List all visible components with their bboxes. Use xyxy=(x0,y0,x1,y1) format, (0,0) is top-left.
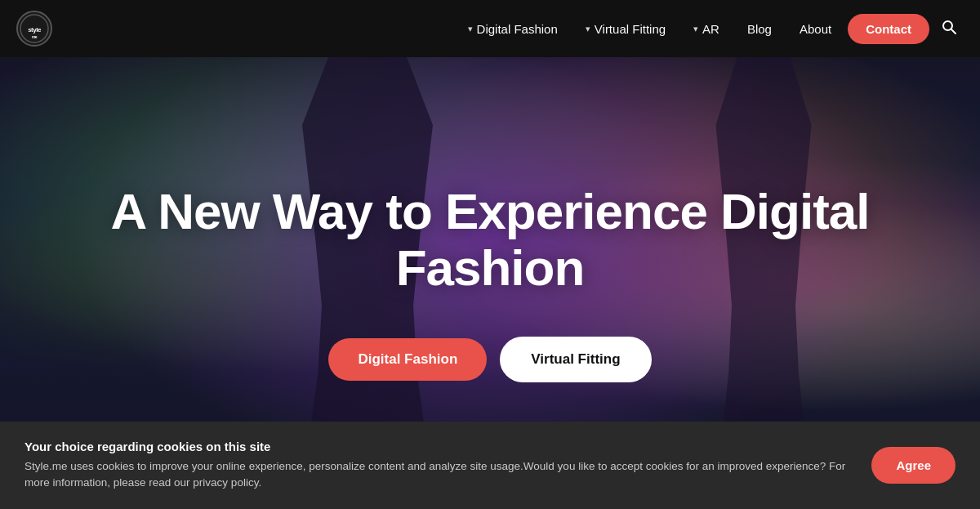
chevron-down-icon: ▾ xyxy=(468,24,473,34)
hero-title: A New Way to Experience Digital Fashion xyxy=(49,184,931,295)
nav-label-digital-fashion: Digital Fashion xyxy=(477,22,558,36)
nav-item-digital-fashion[interactable]: ▾ Digital Fashion xyxy=(457,16,569,42)
svg-text:style: style xyxy=(28,26,42,33)
nav-item-ar[interactable]: ▾ AR xyxy=(682,16,731,42)
cookie-title: Your choice regarding cookies on this si… xyxy=(24,440,855,453)
chevron-down-icon: ▾ xyxy=(693,24,698,34)
digital-fashion-button[interactable]: Digital Fashion xyxy=(328,338,487,381)
logo-circle: style me xyxy=(16,11,52,47)
nav-item-blog[interactable]: Blog xyxy=(736,16,783,42)
nav-label-virtual-fitting: Virtual Fitting xyxy=(595,22,666,36)
nav-item-about[interactable]: About xyxy=(788,16,843,42)
cookie-text-wrap: Your choice regarding cookies on this si… xyxy=(24,440,855,492)
svg-line-4 xyxy=(951,29,956,33)
chevron-down-icon: ▾ xyxy=(586,24,590,34)
nav-links: ▾ Digital Fashion ▾ Virtual Fitting ▾ AR… xyxy=(457,12,964,46)
navbar: style me ▾ Digital Fashion ▾ Virtual Fit… xyxy=(0,0,980,57)
contact-button[interactable]: Contact xyxy=(848,14,929,44)
hero-section: A New Way to Experience Digital Fashion … xyxy=(0,57,980,509)
logo[interactable]: style me xyxy=(16,11,52,47)
nav-label-ar: AR xyxy=(702,22,719,36)
hero-buttons: Digital Fashion Virtual Fitting xyxy=(328,337,651,382)
nav-item-virtual-fitting[interactable]: ▾ Virtual Fitting xyxy=(574,16,677,42)
nav-label-about: About xyxy=(800,22,831,36)
cookie-body-text: Style.me uses cookies to improve your on… xyxy=(24,460,845,489)
cookie-banner: Your choice regarding cookies on this si… xyxy=(0,422,980,510)
cookie-body: Style.me uses cookies to improve your on… xyxy=(24,458,855,492)
cookie-agree-button[interactable]: Agree xyxy=(871,447,956,484)
search-icon[interactable] xyxy=(934,12,964,46)
virtual-fitting-button[interactable]: Virtual Fitting xyxy=(500,337,651,382)
svg-text:me: me xyxy=(32,34,38,39)
nav-label-blog: Blog xyxy=(747,22,772,36)
